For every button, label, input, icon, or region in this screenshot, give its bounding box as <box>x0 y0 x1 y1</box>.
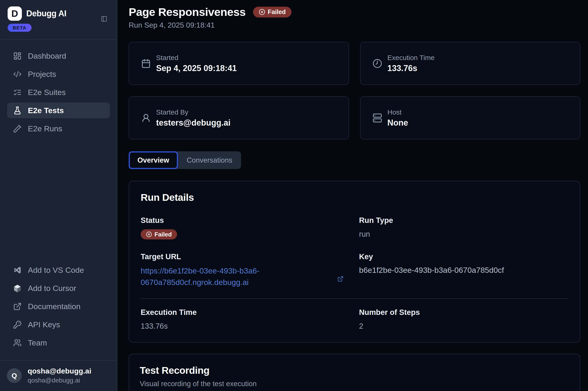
sidebar-item-team[interactable]: Team <box>7 335 110 351</box>
run-type-field: Run Type run <box>359 216 569 239</box>
run-details-row-1: Status Failed Run Type run <box>141 216 568 239</box>
user-email: qosha@debugg.ai <box>28 377 91 384</box>
sidebar-item-e2e-suites[interactable]: E2e Suites <box>7 85 110 100</box>
dashboard-icon <box>13 52 22 60</box>
run-details-divider <box>141 298 568 299</box>
sidebar-item-e2e-runs[interactable]: E2e Runs <box>7 121 110 136</box>
key-field: Key b6e1f2be-03ee-493b-b3a6-0670a785d0cf <box>359 252 569 288</box>
run-details-panel: Run Details Status Failed Run Type run <box>129 181 580 342</box>
sidebar-item-label: Projects <box>28 70 56 79</box>
avatar: Q <box>7 368 22 383</box>
key-label: Key <box>359 252 569 261</box>
sidebar-item-label: Add to Cursor <box>28 284 76 293</box>
card-value: None <box>388 118 408 128</box>
started-by-card: Started By testers@debugg.ai <box>129 96 349 139</box>
status-badge: Failed <box>141 229 177 239</box>
server-icon <box>373 113 382 123</box>
execution-time-label: Execution Time <box>141 308 350 317</box>
test-tube-icon <box>13 124 22 133</box>
sidebar-item-dashboard[interactable]: Dashboard <box>7 48 110 64</box>
status-badge: Failed <box>253 7 292 17</box>
sidebar-collapse-icon[interactable] <box>101 16 107 22</box>
test-recording-panel: Test Recording Visual recording of the t… <box>129 354 580 391</box>
avatar-letter: Q <box>11 372 17 380</box>
sidebar-item-label: Team <box>28 338 47 347</box>
target-url-field: Target URL https://b6e1f2be-03ee-493b-b3… <box>141 252 350 288</box>
run-details-row-3: Execution Time 133.76s Number of Steps 2 <box>141 308 568 330</box>
card-value: Sep 4, 2025 09:18:41 <box>156 64 237 73</box>
run-type-label: Run Type <box>359 216 569 225</box>
checklist-icon <box>13 88 22 97</box>
user-info: qosha@debugg.ai qosha@debugg.ai <box>28 367 91 384</box>
test-recording-subtitle: Visual recording of the test execution <box>140 380 569 388</box>
steps-value: 2 <box>359 322 569 330</box>
key-value: b6e1f2be-03ee-493b-b3a6-0670a785d0cf <box>359 266 569 275</box>
sidebar-item-documentation[interactable]: Documentation <box>7 298 110 314</box>
tab-overview[interactable]: Overview <box>129 151 178 169</box>
run-type-value: run <box>359 230 569 238</box>
sidebar-item-e2e-tests[interactable]: E2e Tests <box>7 102 110 118</box>
run-details-row-2: Target URL https://b6e1f2be-03ee-493b-b3… <box>141 252 568 288</box>
sidebar-item-label: API Keys <box>28 320 60 329</box>
circle-x-icon <box>146 231 152 237</box>
users-icon <box>13 339 22 347</box>
brand-title: Debugg AI <box>26 9 66 18</box>
card-label: Started By <box>156 108 230 116</box>
card-value: 133.76s <box>388 64 435 73</box>
sidebar-item-label: E2e Suites <box>28 88 66 97</box>
card-text: Execution Time 133.76s <box>388 54 435 73</box>
status-badge-label: Failed <box>154 231 172 238</box>
tab-conversations[interactable]: Conversations <box>178 151 241 169</box>
started-card: Started Sep 4, 2025 09:18:41 <box>129 42 349 85</box>
card-label: Host <box>388 108 408 116</box>
circle-x-icon <box>259 9 265 15</box>
beta-badge: BETA <box>7 24 31 32</box>
status-label: Status <box>141 216 350 225</box>
card-text: Started By testers@debugg.ai <box>156 108 230 128</box>
calendar-icon <box>141 59 151 68</box>
execution-time-card: Execution Time 133.76s <box>360 42 581 85</box>
vscode-icon <box>13 266 22 274</box>
brand-logo-letter: D <box>11 8 18 19</box>
user-name: qosha@debugg.ai <box>28 367 91 375</box>
card-text: Host None <box>388 108 408 128</box>
sidebar: D Debugg AI BETA Dashboard Projects E2e … <box>0 0 117 391</box>
sidebar-item-add-to-cursor[interactable]: Add to Cursor <box>7 280 110 296</box>
summary-cards: Started Sep 4, 2025 09:18:41 Execution T… <box>129 42 580 139</box>
run-timestamp: Run Sep 4, 2025 09:18:41 <box>129 21 580 29</box>
test-recording-title: Test Recording <box>140 365 569 376</box>
user-icon <box>141 113 151 123</box>
external-link-icon[interactable] <box>337 276 343 282</box>
page-header: Page Responsiveness Failed <box>129 5 580 18</box>
sidebar-item-label: Documentation <box>28 302 81 311</box>
sidebar-item-label: E2e Runs <box>28 124 62 133</box>
status-badge-label: Failed <box>268 8 286 16</box>
execution-time-value: 133.76s <box>141 322 350 330</box>
key-icon <box>13 320 22 329</box>
user-account[interactable]: Q qosha@debugg.ai qosha@debugg.ai <box>0 361 117 391</box>
sidebar-item-label: Add to VS Code <box>28 266 84 275</box>
tab-bar: Overview Conversations <box>129 151 241 169</box>
card-value: testers@debugg.ai <box>156 118 230 128</box>
sidebar-item-add-to-vscode[interactable]: Add to VS Code <box>7 262 110 278</box>
cursor-icon <box>13 284 22 293</box>
sidebar-item-label: Dashboard <box>28 52 66 61</box>
sidebar-utility-nav: Add to VS Code Add to Cursor Documentati… <box>0 262 117 353</box>
target-url-link[interactable]: https://b6e1f2be-03ee-493b-b3a6-0670a785… <box>141 265 279 288</box>
sidebar-header: D Debugg AI BETA <box>0 0 117 40</box>
brand-logo: D <box>7 6 22 21</box>
sidebar-item-api-keys[interactable]: API Keys <box>7 317 110 332</box>
page-title: Page Responsiveness <box>129 5 246 18</box>
sidebar-nav: Dashboard Projects E2e Suites E2e Tests … <box>0 40 117 139</box>
flask-icon <box>13 106 22 115</box>
host-card: Host None <box>360 96 581 139</box>
card-text: Started Sep 4, 2025 09:18:41 <box>156 54 237 73</box>
steps-field: Number of Steps 2 <box>359 308 569 330</box>
card-label: Started <box>156 54 237 62</box>
main-content: Page Responsiveness Failed Run Sep 4, 20… <box>118 0 588 391</box>
sidebar-item-projects[interactable]: Projects <box>7 66 110 82</box>
steps-label: Number of Steps <box>359 308 569 317</box>
status-field: Status Failed <box>141 216 350 239</box>
clock-icon <box>373 59 382 68</box>
card-label: Execution Time <box>388 54 435 62</box>
